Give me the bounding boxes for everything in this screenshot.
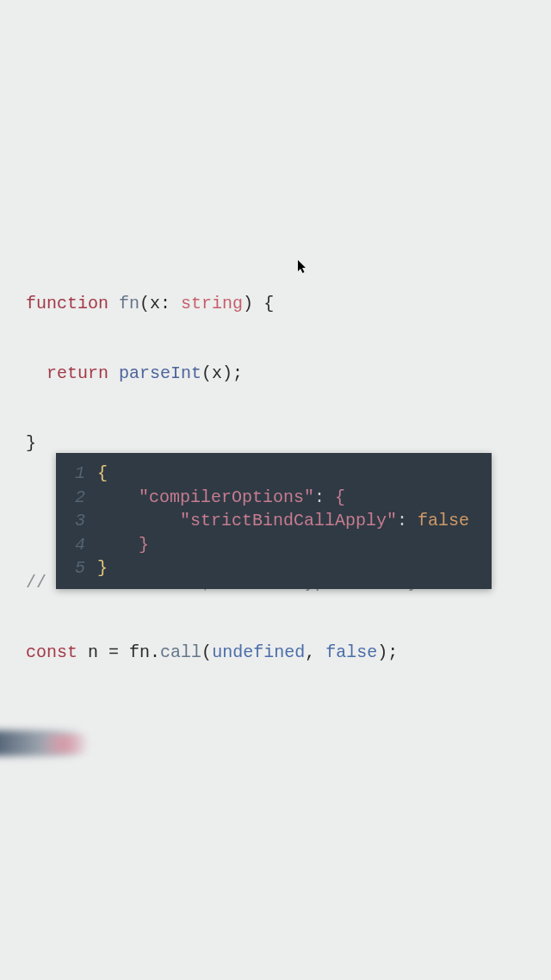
code-line-2: return parseInt(x);	[26, 362, 525, 385]
code-line-1: function fn(x: string) {	[26, 292, 525, 315]
json-line-4: 4 }	[56, 533, 492, 557]
line-number: 3	[56, 509, 97, 533]
motion-blur-artifact	[0, 723, 112, 765]
line-number: 1	[56, 462, 97, 486]
line-number: 5	[56, 556, 97, 580]
code-line-6: const n = fn.call(undefined, false);	[26, 641, 525, 664]
mouse-cursor-icon	[298, 260, 308, 274]
line-number: 4	[56, 533, 97, 557]
line-number: 2	[56, 486, 97, 510]
json-line-5: 5 }	[56, 556, 492, 580]
json-line-2: 2 "compilerOptions": {	[56, 486, 492, 510]
json-line-1: 1 {	[56, 462, 492, 486]
code-block-json[interactable]: 1 { 2 "compilerOptions": { 3 "strictBind…	[56, 453, 492, 589]
json-line-3: 3 "strictBindCallApply": false	[56, 509, 492, 533]
code-line-3: }	[26, 431, 525, 455]
